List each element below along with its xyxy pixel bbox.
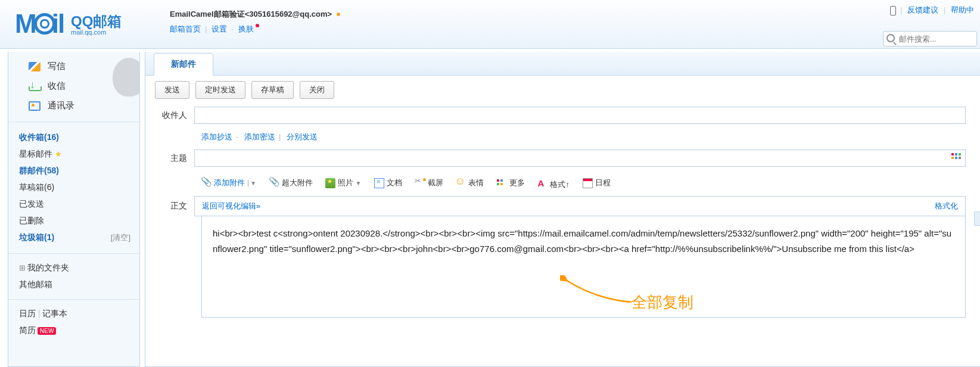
return-visual-link[interactable]: 返回可视化编辑»	[202, 201, 260, 212]
expand-icon: ⊞	[19, 263, 26, 272]
insert-doc[interactable]: 文档	[374, 178, 402, 188]
screenshot[interactable]: 截屏	[415, 178, 443, 188]
clear-junk[interactable]: [清空]	[111, 232, 130, 243]
sidebar-sent[interactable]: 已发送	[8, 196, 139, 213]
logo-subtext: mail.qq.com	[71, 29, 122, 36]
sidebar-drafts[interactable]: 草稿箱(6)	[8, 179, 139, 196]
sidebar-resume[interactable]: 简历NEW	[8, 322, 139, 339]
junk-label: 垃圾箱(1)	[19, 232, 54, 242]
penguin-watermark-icon	[101, 52, 139, 102]
big-attachment-label: 超大附件	[282, 178, 313, 188]
contacts-label: 通讯录	[48, 100, 74, 111]
compose-label: 写信	[48, 61, 66, 72]
skin-dot-icon	[256, 24, 259, 27]
insert-emoji[interactable]: 表情	[456, 178, 484, 188]
settings-link[interactable]: 设置	[211, 24, 227, 33]
big-attachment[interactable]: 超大附件	[269, 178, 313, 188]
main-area: 新邮件 发送 定时发送 存草稿 关闭 收件人 添加抄送- 添加密送| 分别发送	[145, 52, 980, 367]
compose-toolbar: 发送 定时发送 存草稿 关闭	[145, 76, 980, 104]
warning-icon[interactable]: ●	[336, 9, 341, 18]
sidebar-group[interactable]: 群邮件(58)	[8, 163, 139, 179]
sidebar-junk[interactable]: 垃圾箱(1)[清空]	[8, 229, 139, 246]
annotation-text: 全部复制	[631, 292, 693, 313]
chevron-down-icon: ▼	[355, 180, 361, 186]
notes-label[interactable]: 记事本	[42, 309, 67, 318]
editor-top-bar: 返回可视化编辑» 格式化	[194, 196, 966, 216]
logo[interactable]: Mil QQ邮箱 mail.qq.com	[15, 9, 122, 39]
subject-label: 主题	[160, 153, 194, 164]
send-button[interactable]: 发送	[155, 81, 189, 99]
starred-label: 星标邮件	[19, 149, 52, 158]
help-link[interactable]: 帮助中	[951, 5, 974, 14]
search-icon	[886, 34, 895, 42]
tab-bar: 新邮件	[145, 52, 980, 76]
insert-schedule[interactable]: 日程	[583, 178, 611, 188]
close-button[interactable]: 关闭	[300, 81, 334, 99]
photo-label: 照片	[338, 178, 353, 188]
recipient-options: 添加抄送- 添加密送| 分别发送	[160, 129, 966, 150]
grid-icon	[497, 178, 507, 188]
doc-label: 文档	[387, 178, 402, 188]
right-side-handle[interactable]	[974, 212, 980, 226]
compose-icon	[29, 62, 41, 71]
body-label: 正文	[160, 196, 194, 216]
myfolders-label: 我的文件夹	[27, 263, 69, 272]
receive-icon	[29, 82, 41, 91]
search-input[interactable]	[883, 31, 977, 46]
header-user: EmailCamel邮箱验证<3051615692@qq.com> ●	[170, 9, 341, 20]
sidebar: 写信 收信 通讯录 收件箱(16) 星标邮件 ★ 群邮件(58) 草稿箱(6) …	[8, 52, 140, 367]
more-options[interactable]: 更多	[497, 178, 525, 188]
timed-send-button[interactable]: 定时发送	[195, 81, 245, 99]
sidebar-deleted[interactable]: 已删除	[8, 213, 139, 229]
add-cc-link[interactable]: 添加抄送	[201, 132, 232, 141]
paperclip-icon	[201, 178, 211, 188]
receive-label: 收信	[48, 80, 66, 92]
sidebar-myfolders[interactable]: ⊞我的文件夹	[8, 260, 139, 276]
sidebar-calendar[interactable]: 日历 | 记事本	[8, 306, 139, 322]
star-icon: ★	[55, 150, 62, 158]
logo-o-icon	[34, 13, 55, 35]
top-right-links: | 反馈建议 | 帮助中	[890, 5, 977, 15]
editor-body[interactable]: hi<br><br>test c<strong>ontent 20230928.…	[201, 216, 966, 318]
to-label: 收件人	[160, 110, 194, 121]
apps-icon[interactable]	[951, 153, 961, 163]
tab-new-mail[interactable]: 新邮件	[154, 53, 213, 76]
emoji-icon	[456, 178, 466, 188]
format-a-icon	[537, 178, 547, 188]
header-links: 邮箱首页 | 设置 - 换肤	[170, 24, 259, 35]
document-icon	[374, 178, 384, 188]
new-badge: NEW	[38, 327, 56, 335]
sidebar-other-mailbox[interactable]: 其他邮箱	[8, 276, 139, 293]
feedback-link[interactable]: 反馈建议	[907, 5, 938, 14]
to-input[interactable]	[194, 107, 966, 124]
sidebar-starred[interactable]: 星标邮件 ★	[8, 146, 139, 163]
calendar-label: 日历	[19, 309, 36, 318]
scissors-icon	[415, 178, 425, 188]
skin-link[interactable]: 换肤	[238, 24, 254, 33]
schedule-label: 日程	[595, 178, 611, 188]
save-draft-button[interactable]: 存草稿	[251, 81, 294, 99]
logo-m-icon: M	[15, 9, 36, 39]
header: Mil QQ邮箱 mail.qq.com EmailCamel邮箱验证<3051…	[0, 0, 980, 49]
format-label: 格式↑	[550, 179, 570, 190]
format-link[interactable]: 格式化	[935, 201, 958, 212]
add-attachment[interactable]: 添加附件│▼	[201, 178, 256, 188]
calendar-icon	[583, 178, 593, 188]
user-email: EmailCamel邮箱验证<3051615692@qq.com>	[170, 10, 332, 18]
separate-send-link[interactable]: 分别发送	[287, 132, 318, 141]
subject-input[interactable]	[194, 150, 966, 167]
search-box	[883, 31, 977, 46]
more-label: 更多	[509, 178, 525, 188]
add-bcc-link[interactable]: 添加密送	[244, 132, 275, 141]
resume-label: 简历	[19, 325, 36, 335]
format-toggle[interactable]: 格式↑	[537, 179, 570, 190]
insert-photo[interactable]: 照片▼	[325, 178, 361, 188]
mail-home-link[interactable]: 邮箱首页	[170, 24, 201, 33]
add-attachment-label: 添加附件	[214, 178, 245, 188]
sidebar-inbox[interactable]: 收件箱(16)	[8, 129, 139, 146]
logo-text: QQ邮箱	[71, 13, 122, 29]
chevron-down-icon: │▼	[247, 180, 256, 186]
phone-icon[interactable]	[890, 6, 896, 15]
attachment-toolbar: 添加附件│▼ 超大附件 照片▼ 文档 截屏 表情 更多 格式↑ 日程	[160, 172, 966, 196]
screenshot-label: 截屏	[428, 178, 443, 188]
